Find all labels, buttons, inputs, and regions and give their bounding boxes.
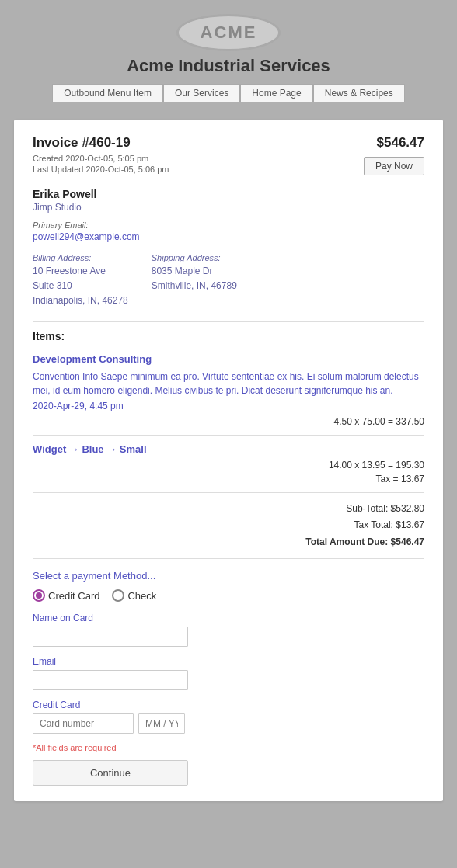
continue-button[interactable]: Continue bbox=[33, 760, 188, 786]
logo: ACME bbox=[176, 14, 281, 51]
item-1-title: Development Consulting bbox=[33, 353, 424, 365]
check-option[interactable]: Check bbox=[112, 589, 156, 602]
item-1-calc: 4.50 x 75.00 = 337.50 bbox=[33, 416, 424, 427]
credit-card-label: Credit Card bbox=[48, 590, 99, 602]
tax-total-value: $13.67 bbox=[396, 519, 424, 530]
check-label: Check bbox=[127, 590, 156, 602]
divider-2 bbox=[33, 435, 424, 436]
divider-1 bbox=[33, 321, 424, 322]
total-label: Total Amount Due: bbox=[305, 536, 388, 547]
item-1-date: 2020-Apr-29, 4:45 pm bbox=[33, 401, 424, 411]
invoice-header-row: Invoice #460-19 $546.47 bbox=[33, 135, 424, 151]
payment-section: Select a payment Method... Credit Card C… bbox=[33, 570, 424, 786]
invoice-number: Invoice #460-19 bbox=[33, 135, 131, 151]
credit-card-option[interactable]: Credit Card bbox=[33, 589, 99, 602]
totals-section: Sub-Total: $532.80 Tax Total: $13.67 Tot… bbox=[33, 501, 424, 551]
shipping-address: Shipping Address: 8035 Maple Dr Smithvil… bbox=[152, 253, 237, 309]
nav-bar: Outbound Menu Item Our Services Home Pag… bbox=[0, 84, 457, 102]
item-2-title: Widget → Blue → Small bbox=[33, 443, 424, 455]
total-due-row: Total Amount Due: $546.47 bbox=[33, 534, 424, 551]
card-number-input[interactable] bbox=[33, 713, 134, 734]
address-row: Billing Address: 10 Freestone Ave Suite … bbox=[33, 253, 424, 309]
email-input[interactable] bbox=[33, 670, 188, 690]
billing-address: Billing Address: 10 Freestone Ave Suite … bbox=[33, 253, 128, 309]
shipping-line2: Smithville, IN, 46789 bbox=[152, 279, 237, 293]
credit-card-radio[interactable] bbox=[33, 589, 45, 602]
required-note: *All fields are required bbox=[33, 743, 424, 752]
name-on-card-group: Name on Card bbox=[33, 613, 424, 647]
divider-3 bbox=[33, 492, 424, 493]
billing-line3: Indianapolis, IN, 46278 bbox=[33, 293, 128, 308]
subtotal-row: Sub-Total: $532.80 bbox=[33, 501, 424, 518]
card-expiry-input[interactable] bbox=[138, 713, 185, 734]
billing-label: Billing Address: bbox=[33, 253, 128, 262]
subtotal-value: $532.80 bbox=[391, 503, 424, 514]
client-email: powell294@example.com bbox=[33, 231, 424, 242]
items-label: Items: bbox=[33, 330, 424, 342]
invoice-updated: Last Updated 2020-Oct-05, 5:06 pm bbox=[33, 165, 169, 174]
total-value: $546.47 bbox=[391, 536, 424, 547]
item-1-description: Convention Info Saepe minimum ea pro. Vi… bbox=[33, 370, 424, 398]
company-name: Acme Industrial Services bbox=[0, 56, 457, 76]
client-name: Erika Powell bbox=[33, 188, 424, 200]
check-radio[interactable] bbox=[112, 589, 124, 602]
subtotal-label: Sub-Total: bbox=[346, 503, 388, 514]
email-group: Email bbox=[33, 656, 424, 690]
nav-services[interactable]: Our Services bbox=[163, 84, 240, 102]
client-company: Jimp Studio bbox=[33, 202, 424, 213]
shipping-line1: 8035 Maple Dr bbox=[152, 264, 237, 279]
credit-card-group: Credit Card bbox=[33, 700, 424, 734]
nav-outbound[interactable]: Outbound Menu Item bbox=[52, 84, 163, 102]
shipping-label: Shipping Address: bbox=[152, 253, 237, 262]
nav-news[interactable]: News & Recipes bbox=[313, 84, 405, 102]
item-2-calc: 14.00 x 13.95 = 195.30 bbox=[33, 460, 424, 470]
cc-inputs-row bbox=[33, 713, 424, 734]
divider-4 bbox=[33, 558, 424, 559]
page-header: ACME Acme Industrial Services Outbound M… bbox=[0, 0, 457, 120]
item-2-tax: Tax = 13.67 bbox=[33, 474, 424, 484]
tax-total-label: Tax Total: bbox=[354, 519, 392, 530]
payment-options-row: Credit Card Check bbox=[33, 589, 424, 602]
pay-now-button[interactable]: Pay Now bbox=[364, 157, 424, 175]
billing-line1: 10 Freestone Ave bbox=[33, 264, 128, 279]
email-label: Email bbox=[33, 656, 424, 667]
credit-card-field-label: Credit Card bbox=[33, 700, 424, 710]
name-on-card-label: Name on Card bbox=[33, 613, 424, 623]
invoice-card: Invoice #460-19 $546.47 Created 2020-Oct… bbox=[14, 120, 443, 801]
invoice-dates: Created 2020-Oct-05, 5:05 pm Last Update… bbox=[33, 154, 169, 175]
dates-pay-row: Created 2020-Oct-05, 5:05 pm Last Update… bbox=[33, 154, 424, 175]
tax-total-row: Tax Total: $13.67 bbox=[33, 517, 424, 534]
billing-line2: Suite 310 bbox=[33, 279, 128, 293]
invoice-created: Created 2020-Oct-05, 5:05 pm bbox=[33, 154, 169, 163]
payment-label: Select a payment Method... bbox=[33, 570, 424, 582]
name-on-card-input[interactable] bbox=[33, 627, 188, 647]
invoice-amount: $546.47 bbox=[377, 135, 424, 151]
nav-home[interactable]: Home Page bbox=[240, 84, 312, 102]
primary-email-label: Primary Email: bbox=[33, 220, 424, 230]
